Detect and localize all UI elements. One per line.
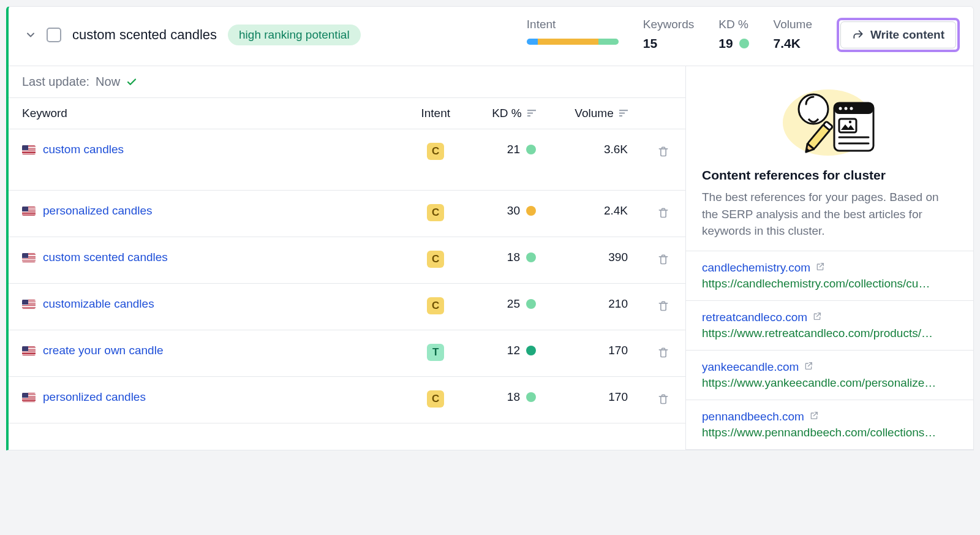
svg-rect-12 (839, 119, 856, 132)
sort-icon (527, 107, 536, 120)
sort-icon (619, 107, 628, 120)
kd-dot (526, 392, 536, 402)
kd-value: 30 (507, 204, 520, 218)
volume-stat: Volume 7.4K (774, 18, 812, 51)
write-content-button[interactable]: Write content (840, 21, 956, 48)
trash-icon (657, 150, 669, 159)
kd-stat: KD % 19 (718, 18, 748, 51)
kd-value: 18 (507, 390, 520, 404)
kd-dot (526, 346, 536, 355)
intent-badge: C (427, 251, 444, 268)
references-list: candlechemistry.comhttps://candlechemist… (686, 251, 973, 450)
table-row: personlized candlesC18170 (9, 377, 685, 423)
reference-domain-text: retreatcandleco.com (702, 311, 807, 324)
col-actions (641, 98, 685, 129)
references-subtext: The best references for your pages. Base… (686, 189, 973, 251)
kd-value: 21 (507, 143, 520, 156)
kd-value: 18 (507, 251, 520, 264)
trash-icon (657, 258, 669, 267)
flag-icon (22, 145, 36, 154)
delete-button[interactable] (655, 143, 672, 162)
kd-value: 12 (507, 344, 520, 357)
intent-badge: C (427, 143, 444, 160)
kd-number: 19 (718, 36, 733, 51)
trash-icon (657, 305, 669, 314)
flag-icon (22, 346, 36, 355)
table-row: custom scented candlesC18390 (9, 237, 685, 284)
intent-badge: T (427, 344, 444, 361)
cluster-title: custom scented candles (72, 27, 217, 43)
volume-value: 170 (608, 390, 628, 403)
keyword-link[interactable]: custom candles (43, 143, 124, 156)
kd-value: 25 (507, 297, 520, 311)
lightbulb-page-icon (778, 82, 882, 162)
volume-value: 3.6K (604, 143, 628, 156)
volume-value: 210 (608, 297, 628, 310)
delete-button[interactable] (655, 251, 672, 270)
reference-url: https://www.retreatcandleco.com/products… (702, 327, 957, 340)
flag-icon (22, 207, 36, 216)
reference-domain-link[interactable]: yankeecandle.com (702, 360, 813, 374)
reference-item: yankeecandle.comhttps://www.yankeecandle… (686, 351, 973, 400)
keyword-link[interactable]: customizable candles (43, 297, 154, 311)
references-illustration (686, 66, 973, 168)
intent-segment (598, 39, 619, 45)
delete-button[interactable] (655, 390, 672, 409)
external-link-icon (809, 410, 819, 423)
cluster-body: Last update: Now Keyword Intent KD % (9, 66, 973, 450)
references-sidebar: Content references for cluster The best … (685, 66, 973, 450)
keywords-value: 15 (643, 36, 694, 51)
flag-icon (22, 393, 36, 402)
collapse-toggle[interactable] (22, 26, 39, 44)
trash-icon (657, 211, 669, 221)
select-cluster-checkbox[interactable] (47, 28, 61, 42)
col-keyword[interactable]: Keyword (9, 98, 407, 129)
delete-button[interactable] (655, 297, 672, 316)
svg-rect-4 (619, 113, 625, 114)
keyword-link[interactable]: create your own candle (43, 344, 163, 357)
check-icon (126, 77, 137, 88)
references-heading: Content references for cluster (686, 168, 973, 189)
keyword-link[interactable]: custom scented candles (43, 251, 168, 264)
chevron-down-icon (26, 30, 36, 40)
kd-label: KD % (718, 18, 748, 31)
col-intent[interactable]: Intent (407, 98, 464, 129)
volume-value: 390 (608, 251, 628, 264)
col-volume[interactable]: Volume (549, 98, 641, 129)
reference-url: https://www.pennandbeech.com/collections… (702, 426, 957, 439)
keywords-stat: Keywords 15 (643, 18, 694, 51)
delete-button[interactable] (655, 204, 672, 223)
reference-domain-link[interactable]: pennandbeech.com (702, 410, 819, 423)
cluster-header: custom scented candles high ranking pote… (9, 7, 973, 66)
last-update-value: Now (96, 75, 120, 89)
external-link-icon (804, 360, 813, 374)
kd-dot (526, 252, 536, 262)
kd-value: 19 (718, 36, 748, 51)
keyword-link[interactable]: personalized candles (43, 204, 153, 218)
external-link-icon (812, 311, 822, 324)
reference-item: candlechemistry.comhttps://candlechemist… (686, 251, 973, 301)
table-row: personalized candlesC302.4K (9, 191, 685, 237)
intent-segment (538, 39, 598, 45)
delete-button[interactable] (655, 344, 672, 363)
flag-icon (22, 300, 36, 309)
share-arrow-icon (852, 29, 864, 41)
svg-point-9 (839, 107, 842, 110)
svg-point-10 (844, 107, 847, 110)
reference-item: pennandbeech.comhttps://www.pennandbeech… (686, 400, 973, 450)
svg-point-11 (850, 107, 853, 110)
svg-rect-2 (527, 115, 530, 116)
intent-badge: C (427, 390, 444, 408)
reference-domain-text: pennandbeech.com (702, 410, 804, 423)
volume-value: 7.4K (774, 36, 812, 51)
write-content-highlight: Write content (837, 18, 960, 52)
col-kd[interactable]: KD % (464, 98, 549, 129)
reference-domain-link[interactable]: candlechemistry.com (702, 261, 825, 275)
keyword-link[interactable]: personlized candles (43, 390, 146, 404)
table-row: customizable candlesC25210 (9, 284, 685, 330)
reference-domain-link[interactable]: retreatcandleco.com (702, 311, 822, 324)
reference-domain-text: candlechemistry.com (702, 261, 810, 275)
flag-icon (22, 253, 36, 262)
kd-dot (526, 145, 536, 154)
cluster-panel: custom scented candles high ranking pote… (6, 6, 974, 450)
